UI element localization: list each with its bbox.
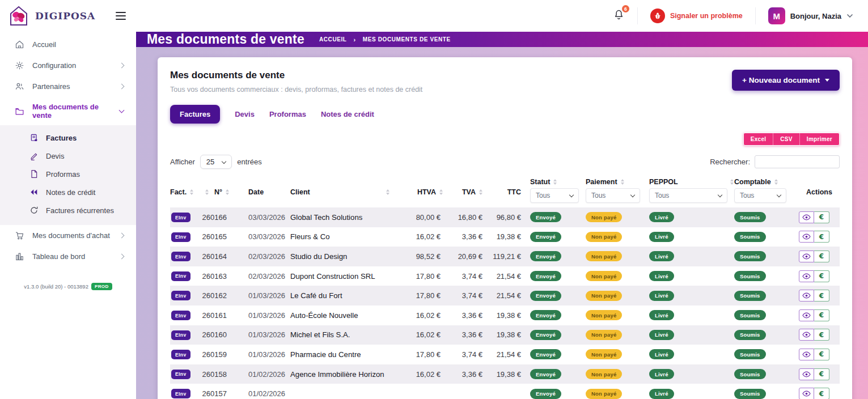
sidebar-item-configuration[interactable]: Configuration [0,55,136,76]
sort-icon[interactable] [479,189,482,195]
table-row[interactable]: EInv 260160 01/03/2026 Michel et Fils S.… [170,325,840,345]
sidebar-item-tableau-bord[interactable]: Tableau de bord [0,246,136,267]
payment-euro-button[interactable]: € [814,211,829,223]
view-document-button[interactable] [799,270,814,282]
tab-notes-credit[interactable]: Notes de crédit [321,110,374,118]
sidebar-item-factures[interactable]: Factures [0,129,136,147]
header-comptable: Comptable Tous [734,177,799,207]
sort-icon[interactable] [553,179,557,185]
sidebar-item-documents-vente[interactable]: Mes documents de vente [0,97,136,125]
chevron-down-icon [718,193,722,197]
paiement-badge: Non payé [586,389,622,399]
payment-euro-button[interactable]: € [814,290,829,302]
sidebar-item-documents-achat[interactable]: Mes documents d'achat [0,225,136,246]
view-document-button[interactable] [799,290,814,302]
notifications-button[interactable]: 6 [613,9,625,23]
export-csv-button[interactable]: CSV [773,133,799,145]
table-row[interactable]: EInv 260158 01/02/2026 Agence Immobilièr… [170,364,840,384]
tab-devis[interactable]: Devis [235,110,255,118]
sort-icon[interactable] [386,189,389,195]
header-ttc[interactable]: TTC [488,177,530,207]
header-client[interactable]: Client [290,177,397,207]
sort-icon[interactable] [205,189,209,195]
tva-cell: 3,36 € [450,311,488,320]
app-logo [7,4,31,28]
tva-cell: 20,69 € [450,252,488,261]
sidebar-item-partenaires[interactable]: Partenaires [0,76,136,97]
environment-badge: PROD [91,283,112,290]
user-menu[interactable]: M Bonjour, Nazia [768,7,853,24]
table-row[interactable]: EInv 260164 02/03/2026 Studio du Design … [170,247,840,266]
table-header: Fact. N° Date Client [170,177,840,207]
view-document-button[interactable] [799,349,814,360]
header-paiement: Paiement Tous [586,177,649,207]
header-date[interactable]: Date [236,177,290,207]
view-document-button[interactable] [799,309,814,321]
sort-icon[interactable] [226,189,229,195]
payment-euro-button[interactable]: € [814,251,829,262]
page-length-select[interactable]: 25 [200,155,232,169]
paiement-filter-select[interactable]: Tous [586,188,640,203]
print-button[interactable]: Imprimer [799,133,839,145]
sidebar-item-accueil[interactable]: Accueil [0,34,136,55]
header-fact[interactable]: Fact. [170,177,202,207]
table-row[interactable]: EInv 260162 01/03/2026 Le Café du Fort 1… [170,286,840,305]
statut-badge: Envoyé [530,291,561,301]
report-problem-icon [650,9,665,23]
table-row[interactable]: EInv 260163 02/03/2026 Dupont Constructi… [170,266,840,286]
table-row[interactable]: EInv 260159 01/03/2026 Pharmacie du Cent… [170,345,840,364]
view-document-button[interactable] [799,231,814,243]
sort-icon[interactable] [774,179,778,185]
payment-euro-button[interactable]: € [814,368,829,380]
search-input[interactable] [755,155,840,168]
view-document-button[interactable] [799,329,814,341]
report-problem-button[interactable]: Signaler un problème [650,9,743,23]
card-title: Mes documents de vente [170,70,422,81]
chevron-down-icon [630,193,635,197]
header-htva[interactable]: HTVA [397,177,450,207]
header-num[interactable]: N° [202,177,236,207]
tab-proformas[interactable]: Proformas [269,110,306,118]
view-document-button[interactable] [799,388,814,399]
payment-euro-button[interactable]: € [814,329,829,341]
statut-badge: Envoyé [530,389,561,399]
payment-euro-button[interactable]: € [814,231,829,243]
comptable-badge: Soumis [734,251,766,261]
table-row[interactable]: EInv 260157 01/02/2026 Envoyé Non payé L… [170,384,840,399]
table-row[interactable]: EInv 260165 03/03/2026 Fleurs & Co 16,02… [170,227,840,247]
tva-cell: 3,74 € [450,350,488,359]
sort-icon[interactable] [439,189,443,195]
view-document-button[interactable] [799,211,814,223]
peppol-filter-select[interactable]: Tous [649,188,727,203]
menu-toggle-button[interactable] [112,9,129,24]
header-tva[interactable]: TVA [450,177,488,207]
sort-icon[interactable] [190,189,193,195]
table-row[interactable]: EInv 260161 01/03/2026 Auto-École Nouvel… [170,305,840,325]
payment-euro-button[interactable]: € [814,270,829,282]
payment-euro-button[interactable]: € [814,309,829,321]
view-document-button[interactable] [799,251,814,262]
table-row[interactable]: EInv 260166 03/03/2026 Global Tech Solut… [170,207,840,227]
sort-icon[interactable] [730,179,734,185]
doc-number-cell: 260162 [202,291,236,300]
payment-euro-button[interactable]: € [814,349,829,360]
statut-filter-select[interactable]: Tous [530,188,579,203]
sidebar-item-factures-recurrentes[interactable]: Factures récurrentes [0,201,136,219]
breadcrumb-home[interactable]: ACCUEIL [319,36,347,43]
comptable-filter-select[interactable]: Tous [734,188,786,203]
doc-number-cell: 260166 [202,213,236,222]
sort-icon[interactable] [621,179,624,185]
comptable-cell: Soumis [734,212,799,222]
view-document-button[interactable] [799,368,814,380]
tab-factures[interactable]: Factures [170,105,220,124]
actions-cell: € [799,231,840,243]
tva-cell: 3,36 € [450,330,488,339]
sidebar-item-devis[interactable]: Devis [0,147,136,165]
export-excel-button[interactable]: Excel [744,133,773,145]
sidebar-item-notes-credit[interactable]: Notes de crédit [0,183,136,201]
ttc-cell: 21,54 € [488,272,530,281]
sidebar-item-proformas[interactable]: Proformas [0,165,136,183]
new-document-button[interactable]: + Nouveau document [732,70,840,91]
payment-euro-button[interactable]: € [814,388,829,399]
breadcrumb-current: MES DOCUMENTS DE VENTE [363,36,451,43]
